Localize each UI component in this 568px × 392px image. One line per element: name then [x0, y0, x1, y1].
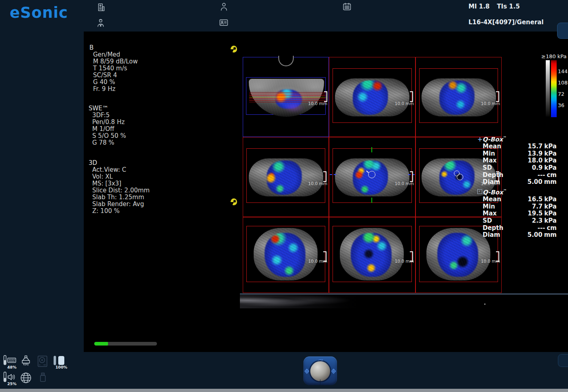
qbox-row: Diam5.00mm: [477, 232, 557, 239]
slice-position-line: [249, 100, 326, 101]
param-line: Slice Dist: 2.00mm: [89, 187, 150, 194]
ultrasound-slice-image: [254, 228, 318, 280]
operator-button[interactable]: [96, 18, 106, 28]
hospital-button[interactable]: [96, 2, 106, 12]
measure-label: SD: [483, 217, 492, 225]
param-line: Fr. 9 Hz: [89, 86, 138, 93]
param-line: S 5/O 50 %: [89, 133, 126, 139]
usb-indicator[interactable]: [38, 372, 47, 384]
cursor-dot: [484, 303, 485, 305]
elastogram-overlay: [267, 160, 301, 195]
measure-value: 5.00mm: [528, 232, 557, 239]
scale-label: 10.0 mm: [308, 259, 327, 263]
patient-id-button[interactable]: [219, 18, 229, 27]
measure-label: SD: [483, 164, 492, 172]
progress-fill: [94, 342, 108, 346]
param-line: Z: 100 %: [89, 208, 150, 215]
param-line: G 78 %: [89, 139, 126, 146]
square-marker-icon: [477, 189, 482, 194]
qbox-roi-circle-1[interactable]: [368, 171, 375, 178]
qbox-panel-2: Q-Box™ Mean16.5kPa Min7.7kPa Max19.5kPa …: [477, 189, 557, 239]
measure-value: 13.9kPa: [528, 150, 557, 158]
harddisk-icon: [37, 355, 48, 367]
plane-separator-line: [240, 293, 568, 295]
param-line: M 1/Off: [89, 126, 126, 133]
move-right-icon[interactable]: [331, 368, 336, 375]
measure-label: Mean: [483, 143, 501, 150]
esonic-logo: eSonic: [10, 4, 68, 21]
clean-button[interactable]: [19, 354, 32, 367]
reference-plane-strip: [240, 295, 358, 308]
move-left-icon[interactable]: [304, 368, 309, 375]
slice-cell-r2c1[interactable]: 10.0 mm: [243, 137, 329, 217]
network-globe-icon: [19, 371, 32, 384]
qbox-row: Depth---cm: [477, 225, 557, 232]
measure-label: Diam: [483, 179, 500, 186]
measure-value: 5.00mm: [528, 179, 557, 186]
acoustic-output-readout: MI 1.8TIs 1.5: [468, 3, 527, 10]
param-line: 3DF:5: [89, 112, 126, 119]
slice-cell-r3c1[interactable]: 10.0 mm: [243, 217, 329, 293]
slice-cell-reference[interactable]: 10.0 mm: [243, 57, 329, 137]
transducer-notch: [278, 56, 294, 66]
worksheet-button[interactable]: [342, 2, 352, 12]
qbox-roi-circle-2b[interactable]: [457, 174, 463, 180]
scale-label: 10.0 mm: [481, 101, 500, 106]
qbox1-title: +Q-Box™: [477, 136, 557, 143]
right-drawer-tab-bottom[interactable]: [558, 354, 568, 367]
scale-bracket: [323, 171, 326, 182]
mi-value: MI 1.8: [468, 3, 490, 10]
qbox-row: Mean15.7kPa: [477, 143, 557, 150]
right-drawer-tab-top[interactable]: [557, 23, 568, 39]
elastogram-overlay: [437, 233, 478, 277]
measure-label: Min: [483, 203, 495, 211]
axis-tick-green: [371, 198, 372, 203]
measure-label: Mean: [483, 196, 501, 203]
trackball-divider: [320, 379, 320, 385]
grayscale-bar: [546, 60, 550, 117]
battery-level-label: 100%: [55, 365, 67, 369]
slice-position-line: [249, 95, 326, 96]
acquisition-progress-bar: [94, 342, 157, 346]
param-line: SC/SR 4: [89, 72, 138, 79]
param-line: Slab Render: Avg: [89, 201, 150, 208]
id-card-icon: [219, 18, 229, 27]
param-line: MS: [3x3]: [89, 180, 150, 187]
slice-cell-r1c3[interactable]: 10.0 mm: [415, 57, 502, 137]
scale-label: 10.0 mm: [395, 181, 414, 186]
slice-position-line: [249, 92, 326, 93]
measure-value: 7.7kPa: [532, 203, 557, 211]
qbox-row: Max19.5kPa: [477, 210, 557, 217]
elastogram-overlay: [351, 233, 392, 277]
ultrasound-system-screen: eSonic MI 1.8TIs 1.5 L16-4X[4097]/Ge: [0, 0, 568, 392]
threed-title: 3D: [89, 160, 150, 166]
scale-label: 10.0 mm: [395, 101, 414, 106]
elastogram-overlay: [283, 102, 305, 113]
measure-value: 18.0kPa: [528, 157, 557, 164]
trackball-control[interactable]: [303, 356, 337, 385]
volume-button[interactable]: [3, 371, 19, 383]
slice-cell-r1c2[interactable]: 10.0 mm: [329, 57, 415, 137]
orientation-marker-icon: [231, 46, 237, 53]
swe-title: SWE™: [89, 105, 126, 112]
scale-bracket: [324, 91, 327, 102]
trackball-ball[interactable]: [310, 361, 330, 381]
battery-indicator[interactable]: [53, 355, 67, 366]
qbox-row: Diam5.00mm: [477, 179, 557, 186]
harddisk-indicator[interactable]: [37, 355, 48, 367]
qbox-row: Max18.0kPa: [477, 157, 557, 164]
doctor-icon: [96, 18, 106, 28]
patient-button[interactable]: [219, 2, 229, 12]
elastogram-overlay: [353, 80, 388, 115]
slice-cell-r2c2-active[interactable]: 10.0 mm: [329, 137, 415, 217]
axis-tick-green: [371, 147, 372, 152]
volume-level-label: 25%: [7, 381, 17, 386]
qbox-row: Min13.9kPa: [477, 150, 557, 158]
qbox-row: Depth---cm: [477, 172, 557, 179]
scale-label: 10.0 mm: [308, 101, 327, 106]
scale-label: 10.0 mm: [481, 259, 500, 263]
network-button[interactable]: [19, 371, 32, 384]
param-line: T 1540 m/s: [89, 65, 138, 72]
keyboard-backlight-button[interactable]: [3, 355, 19, 365]
slice-cell-r3c2[interactable]: 10.0 mm: [329, 217, 415, 293]
